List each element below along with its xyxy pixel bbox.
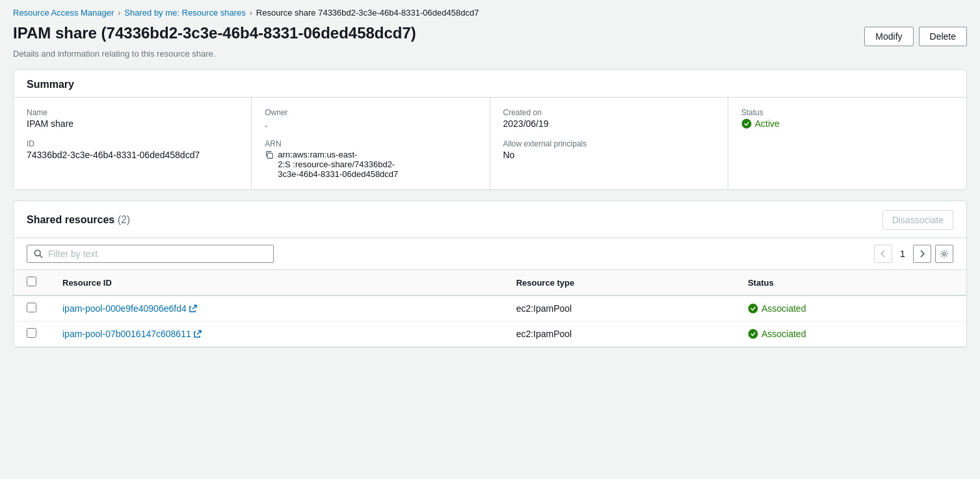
header-actions: Modify Delete [864,27,967,46]
summary-created-label: Created on [503,108,715,117]
summary-id-field: ID 74336bd2-3c3e-46b4-8331-06ded458dcd7 [27,139,238,160]
row-resource-type: ec2:IpamPool [503,322,735,347]
arn-text: arn:aws:ram:us-east- 2:S :resource-share… [278,150,398,179]
disassociate-button[interactable]: Disassociate [882,210,953,230]
page-title: IPAM share (74336bd2-3c3e-46b4-8331-06de… [13,24,416,42]
summary-ext-value: No [503,150,715,160]
summary-name-value: IPAM share [27,118,238,129]
row-resource-type: ec2:IpamPool [503,295,735,322]
summary-arn-field: ARN arn:aws:ram:us-east- 2:S :resource-s… [265,139,476,179]
summary-owner-label: Owner [265,108,476,117]
resource-id-link[interactable]: ipam-pool-000e9fe40906e6fd4 [62,303,490,314]
row-resource-id: ipam-pool-000e9fe40906e6fd4 [49,295,503,322]
summary-card: Summary Name IPAM share ID 74336bd2-3c3e… [13,69,967,190]
row-checkbox[interactable] [27,303,36,312]
pagination-prev-button[interactable] [874,245,892,263]
svg-point-1 [742,119,751,128]
table-header-resource-id: Resource ID [49,270,503,296]
resource-id-link[interactable]: ipam-pool-07b0016147c608611 [62,329,490,339]
modify-button[interactable]: Modify [864,27,913,46]
summary-status-field: Status Active [741,108,953,129]
row-status: Associated [735,295,966,322]
summary-created-field: Created on 2023/06/19 [503,108,715,129]
summary-col-name-id: Name IPAM share ID 74336bd2-3c3e-46b4-83… [14,98,252,189]
shared-resources-header: Shared resources (2) Disassociate [14,201,966,238]
search-box [27,245,274,263]
svg-rect-0 [268,153,273,158]
svg-point-6 [748,329,758,338]
summary-id-label: ID [27,139,238,148]
resources-table: Resource ID Resource type Status ipam-po… [14,269,966,347]
search-icon [34,249,43,258]
breadcrumb-current: Resource share 74336bd2-3c3e-46b4-8331-0… [256,8,479,18]
pagination-current-page: 1 [896,249,909,259]
shared-resources-title: Shared resources (2) [27,214,130,225]
row-resource-id: ipam-pool-07b0016147c608611 [49,322,503,347]
summary-id-value: 74336bd2-3c3e-46b4-8331-06ded458dcd7 [27,150,238,160]
summary-arn-label: ARN [265,139,476,148]
shared-resources-card: Shared resources (2) Disassociate [13,200,967,348]
breadcrumb: Resource Access Manager › Shared by me: … [13,8,967,18]
row-checkbox-cell [14,322,49,347]
summary-name-label: Name [27,108,238,117]
status-associated-icon [748,303,758,314]
summary-col-status: Status Active [728,98,966,189]
summary-owner-field: Owner . [265,108,476,129]
summary-ext-field: Allow external principals No [503,139,715,160]
table-row: ipam-pool-000e9fe40906e6fd4 ec2:IpamPool… [14,295,966,322]
table-row: ipam-pool-07b0016147c608611 ec2:IpamPool… [14,322,966,347]
summary-name-field: Name IPAM share [27,108,238,129]
table-header-resource-type: Resource type [503,270,735,296]
summary-status-label: Status [741,108,953,117]
resource-id-text: ipam-pool-07b0016147c608611 [62,329,191,339]
breadcrumb-sep-1: › [118,8,120,18]
pagination-controls: 1 [874,245,953,263]
row-status: Associated [735,322,966,347]
status-associated-icon [748,329,758,339]
svg-line-3 [40,255,42,258]
external-link-icon [189,305,197,312]
breadcrumb-link-ram[interactable]: Resource Access Manager [13,8,114,18]
row-checkbox-cell [14,295,49,322]
breadcrumb-link-shared[interactable]: Shared by me: Resource shares [124,8,245,18]
select-all-checkbox[interactable] [27,277,36,286]
pagination-next-button[interactable] [913,245,931,263]
shared-resources-title-area: Shared resources (2) [27,214,130,226]
table-header-status: Status [735,270,966,296]
summary-status-value: Active [741,118,953,129]
status-associated-text: Associated [761,329,806,339]
summary-col-created-ext: Created on 2023/06/19 Allow external pri… [490,98,728,189]
summary-title: Summary [27,79,74,90]
summary-created-value: 2023/06/19 [503,118,715,129]
table-header-row: Resource ID Resource type Status [14,270,966,296]
status-active-icon [741,118,752,129]
delete-button[interactable]: Delete [919,27,967,46]
svg-point-5 [748,304,758,313]
external-link-icon [194,330,202,338]
svg-point-4 [943,253,946,255]
breadcrumb-sep-2: › [250,8,252,18]
resource-id-text: ipam-pool-000e9fe40906e6fd4 [62,303,187,314]
summary-owner-value: . [265,118,476,129]
page-subtitle: Details and information relating to this… [13,49,967,59]
copy-icon[interactable] [265,150,274,159]
filter-input[interactable] [48,249,267,259]
row-checkbox[interactable] [27,328,36,338]
status-associated-text: Associated [761,303,806,314]
shared-resources-toolbar: 1 [14,238,966,269]
table-settings-button[interactable] [935,245,953,263]
svg-point-2 [34,250,40,256]
table-header-checkbox-cell [14,270,49,296]
arn-copy-row: arn:aws:ram:us-east- 2:S :resource-share… [265,150,476,179]
summary-col-owner-arn: Owner . ARN arn:aws:ram:us-east- [252,98,490,189]
shared-resources-count: (2) [118,214,131,225]
summary-ext-label: Allow external principals [503,139,715,148]
